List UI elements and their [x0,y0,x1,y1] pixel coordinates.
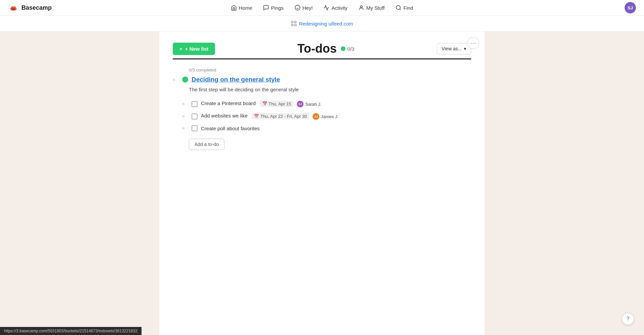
page-title: To-dos [297,42,336,56]
todo-checkbox-3[interactable] [192,125,198,131]
svg-point-2 [295,5,300,10]
todo-text-3: Create poll about favorites [201,126,471,131]
user-avatar[interactable]: SJ [625,2,636,13]
nav-find-label: Find [404,5,413,11]
main-wrapper: ··· + + New list To-dos 0/3 View as... ▾ [0,32,644,335]
panel-options: ··· [467,37,479,49]
assignee-badge-2: JJ James J. [313,113,338,120]
status-url: https://3.basecamp.com/5031803/buckets/2… [4,329,138,333]
drag-handle-icon[interactable]: ≡ [182,126,188,131]
drag-handle-icon[interactable]: ≡ [182,114,188,119]
calendar-icon: 📅 [262,101,267,106]
table-row: ≡ Create poll about favorites [182,123,471,134]
table-row: ≡ Add websites we like 📅 Thu, Apr 22 - F… [182,110,471,123]
my-stuff-icon [358,5,364,11]
home-icon [231,5,237,11]
list-status-dot [182,77,188,83]
drag-handle-icon[interactable]: ≡ [173,77,179,82]
three-dots-icon: ··· [470,40,476,47]
header-row: + + New list To-dos 0/3 View as... ▾ [173,42,471,56]
nav-find[interactable]: Find [391,3,418,13]
nav-links: Home Pings Hey! Activity [226,3,418,13]
header-divider [173,58,471,59]
svg-rect-9 [294,21,296,23]
todo-due-2: 📅 Thu, Apr 22 - Fri, Apr 30 [252,113,309,119]
progress-count: 0/3 [347,46,355,52]
basecamp-logo-icon [8,2,19,13]
nav-hey-label: Hey! [303,5,313,11]
svg-point-6 [396,5,400,9]
panel-options-button[interactable]: ··· [467,37,479,49]
project-name: Redesigning uifeed.com [299,21,353,27]
todo-list-section: 0/3 completed ≡ Deciding on the general … [173,67,471,150]
todo-checkbox-2[interactable] [192,113,198,119]
nav-hey[interactable]: Hey! [290,3,318,13]
nav-my-stuff[interactable]: My Stuff [354,3,389,13]
completed-label: 0/3 completed [189,67,471,73]
new-list-button[interactable]: + + New list [173,43,215,55]
todo-due-1: 📅 Thu, Apr 15 [260,101,293,107]
svg-rect-10 [291,24,293,26]
todo-text-2: Add websites we like 📅 Thu, Apr 22 - Fri… [201,113,471,120]
todo-text-1: Create a Pinterest board 📅 Thu, Apr 15 S… [201,100,471,107]
project-link[interactable]: Redesigning uifeed.com [291,21,353,27]
svg-point-5 [360,6,362,8]
todo-checkbox-1[interactable] [192,101,198,107]
project-bar: Redesigning uifeed.com [0,16,644,32]
progress-dot [341,46,345,51]
nav-my-stuff-label: My Stuff [366,5,385,11]
top-nav: Basecamp Home Pings Hey! [0,0,644,16]
svg-rect-8 [291,21,293,23]
nav-pings-label: Pings [271,5,284,11]
help-icon: ? [627,316,630,322]
table-row: ≡ Create a Pinterest board 📅 Thu, Apr 15… [182,98,471,110]
user-initials: SJ [628,5,633,10]
nav-home-label: Home [239,5,252,11]
nav-home[interactable]: Home [226,3,257,13]
list-description: The first step will be deciding on the g… [189,87,471,92]
content-panel: ··· + + New list To-dos 0/3 View as... ▾ [159,32,485,335]
logo-link[interactable]: Basecamp [8,2,52,13]
new-list-label: + New list [185,46,209,52]
assignee-avatar-1: SJ [297,101,304,107]
bottom-status-bar: https://3.basecamp.com/5031803/buckets/2… [0,327,142,335]
calendar-icon: 📅 [254,114,259,118]
view-as-label: View as... [442,46,462,51]
svg-line-7 [399,9,400,10]
grid-icon [291,21,297,26]
activity-icon [323,5,329,11]
list-title-link[interactable]: Deciding on the general style [192,76,280,83]
list-title-row: ≡ Deciding on the general style [173,76,471,83]
plus-icon: + [179,46,182,52]
nav-activity-label: Activity [331,5,347,11]
chevron-down-icon: ▾ [464,46,466,51]
assignee-badge-1: SJ Sarah J. [297,101,321,107]
hey-icon [294,5,301,11]
assignee-avatar-2: JJ [313,113,319,120]
drag-handle-icon[interactable]: ≡ [182,101,188,106]
find-icon [395,5,401,11]
svg-rect-11 [294,24,296,26]
nav-pings[interactable]: Pings [258,3,288,13]
pings-icon [263,5,269,11]
svg-point-1 [12,8,15,10]
app-name: Basecamp [21,4,52,11]
help-button[interactable]: ? [622,313,634,325]
view-as-button[interactable]: View as... ▾ [437,43,471,54]
progress-badge: 0/3 [341,46,355,52]
add-todo-button[interactable]: Add a to-do [189,139,224,150]
nav-activity[interactable]: Activity [319,3,352,13]
page-title-group: To-dos 0/3 [297,42,354,56]
